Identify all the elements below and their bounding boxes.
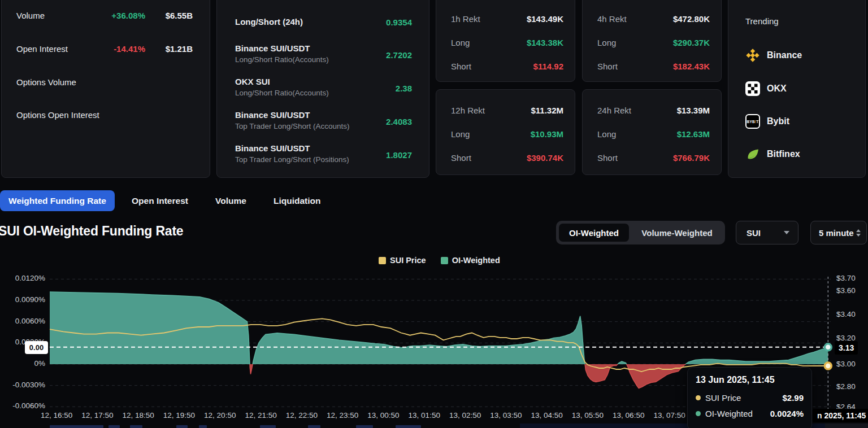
bottom-cutoff-fragment xyxy=(356,425,373,428)
bottom-cutoff-fragment xyxy=(199,425,207,428)
tooltip-label: SUI Price xyxy=(705,393,741,403)
tooltip-label: OI-Weighted xyxy=(705,409,753,418)
bottom-cutoff-fragment xyxy=(50,425,103,428)
bottom-cutoff-fragment xyxy=(260,425,276,428)
funding-rate-chart[interactable]: 0.0120%0.0090%0.0060%0.0030%0%-0.0030%-0… xyxy=(0,0,868,428)
tooltip-time: 13 Jun 2025, 11:45 xyxy=(696,375,804,385)
bottom-cutoff-fragment xyxy=(130,425,142,428)
coinglass-dashboard: { "stats_panel": { "rows": [ { "label": … xyxy=(0,0,868,428)
crosshair-left-badge: 0.00 xyxy=(25,341,48,354)
teal-dot-icon xyxy=(696,411,701,416)
chart-tooltip: 13 Jun 2025, 11:45 SUI Price $2.99 OI-We… xyxy=(687,367,812,428)
bottom-cutoff-fragment xyxy=(176,425,188,428)
crosshair-time-badge: n 2025, 11:45 xyxy=(813,409,868,422)
tooltip-row-price: SUI Price $2.99 xyxy=(696,393,804,403)
bottom-cutoff-bar-right xyxy=(825,423,868,428)
tooltip-value: 0.0024% xyxy=(770,409,804,418)
tooltip-value: $2.99 xyxy=(782,393,804,403)
bottom-cutoff-fragment xyxy=(396,425,421,428)
crosshair-right-badge: 3.13 xyxy=(835,341,858,355)
tooltip-row-oi: OI-Weighted 0.0024% xyxy=(696,409,804,418)
bottom-cutoff-fragment xyxy=(108,425,120,428)
bottom-cutoff-fragment xyxy=(308,425,320,428)
yellow-dot-icon xyxy=(696,395,701,400)
